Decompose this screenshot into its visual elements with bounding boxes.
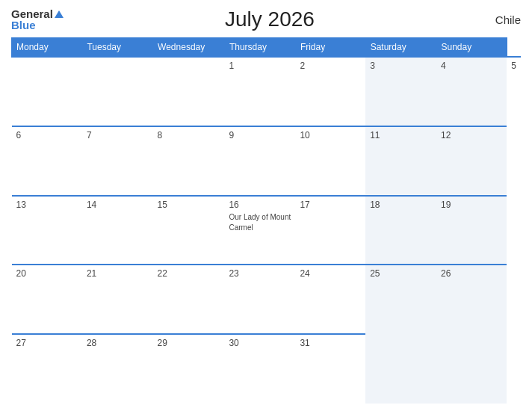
day-cell: 14 (82, 196, 153, 265)
week-row-1: 12345 (12, 57, 522, 126)
day-number: 27 (16, 338, 78, 348)
day-number: 30 (229, 338, 291, 348)
day-cell: 10 (295, 126, 365, 196)
day-cell: 19 (436, 196, 507, 265)
day-number: 28 (87, 338, 149, 348)
day-number: 26 (441, 268, 502, 279)
day-cell: 16Our Lady of Mount Carmel (224, 196, 295, 265)
day-number: 23 (229, 268, 291, 279)
col-header-friday: Friday (295, 38, 365, 58)
day-cell: 29 (153, 334, 225, 404)
day-number: 14 (87, 200, 149, 210)
day-number: 20 (16, 268, 78, 279)
day-number: 22 (158, 268, 220, 279)
day-cell: 5 (507, 57, 521, 126)
day-number: 6 (16, 130, 78, 140)
day-number: 16 (229, 200, 291, 210)
logo-general-text: General (11, 8, 53, 19)
day-cell: 23 (224, 265, 295, 334)
day-cell: 2 (295, 57, 365, 126)
day-cell: 31 (295, 334, 365, 404)
col-header-tuesday: Tuesday (82, 38, 153, 58)
week-row-3: 13141516Our Lady of Mount Carmel171819 (12, 196, 522, 265)
day-number: 17 (300, 200, 361, 210)
day-number: 4 (441, 61, 502, 71)
day-cell: 12 (436, 126, 507, 196)
day-number: 3 (370, 61, 432, 71)
col-header-sunday: Sunday (436, 38, 507, 58)
day-cell: 24 (295, 265, 365, 334)
day-cell: 3 (365, 57, 436, 126)
day-cell: 25 (365, 265, 436, 334)
col-header-monday: Monday (12, 38, 82, 58)
day-cell: 13 (12, 196, 82, 265)
week-row-5: 2728293031 (12, 334, 522, 404)
day-number: 19 (441, 200, 502, 210)
day-number: 13 (16, 200, 78, 210)
day-cell: 11 (365, 126, 436, 196)
day-cell: 17 (295, 196, 365, 265)
day-cell (365, 334, 436, 404)
col-header-saturday: Saturday (365, 38, 436, 58)
day-cell: 15 (153, 196, 225, 265)
day-number: 8 (158, 130, 220, 140)
day-cell: 22 (153, 265, 225, 334)
day-number: 2 (300, 61, 361, 71)
day-number: 9 (229, 130, 291, 140)
day-number: 10 (300, 130, 361, 140)
day-number: 29 (158, 338, 220, 348)
day-cell: 7 (82, 126, 153, 196)
calendar-header: General Blue July 2026 Chile (11, 7, 521, 31)
logo: General Blue (11, 8, 64, 31)
day-cell (12, 57, 82, 126)
day-number: 7 (87, 130, 149, 140)
logo-blue-text: Blue (11, 19, 36, 31)
day-cell: 18 (365, 196, 436, 265)
week-row-2: 6789101112 (12, 126, 522, 196)
day-cell: 20 (12, 265, 82, 334)
day-cell: 8 (153, 126, 225, 196)
day-number: 12 (441, 130, 502, 140)
day-cell: 26 (436, 265, 507, 334)
day-cell: 4 (436, 57, 507, 126)
day-cell (153, 57, 225, 126)
day-cell (436, 334, 507, 404)
day-number: 24 (300, 268, 361, 279)
day-cell: 27 (12, 334, 82, 404)
day-number: 31 (300, 338, 361, 348)
country-label: Chile (476, 13, 521, 26)
event-label: Our Lady of Mount Carmel (229, 213, 291, 232)
day-number: 21 (87, 268, 149, 279)
day-number: 5 (511, 61, 516, 71)
calendar-table: MondayTuesdayWednesdayThursdayFridaySatu… (11, 37, 521, 404)
logo-triangle-icon (55, 10, 64, 18)
day-cell: 1 (224, 57, 295, 126)
col-header-wednesday: Wednesday (153, 38, 225, 58)
day-number: 25 (370, 268, 432, 279)
week-row-4: 20212223242526 (12, 265, 522, 334)
day-cell: 21 (82, 265, 153, 334)
month-title: July 2026 (64, 7, 476, 31)
calendar-header-row: MondayTuesdayWednesdayThursdayFridaySatu… (12, 38, 522, 58)
day-number: 1 (229, 61, 291, 71)
day-number: 11 (370, 130, 432, 140)
day-cell: 30 (224, 334, 295, 404)
day-cell: 6 (12, 126, 82, 196)
day-number: 18 (370, 200, 432, 210)
day-cell: 28 (82, 334, 153, 404)
day-cell: 9 (224, 126, 295, 196)
day-cell (82, 57, 153, 126)
col-header-thursday: Thursday (224, 38, 295, 58)
day-number: 15 (158, 200, 220, 210)
